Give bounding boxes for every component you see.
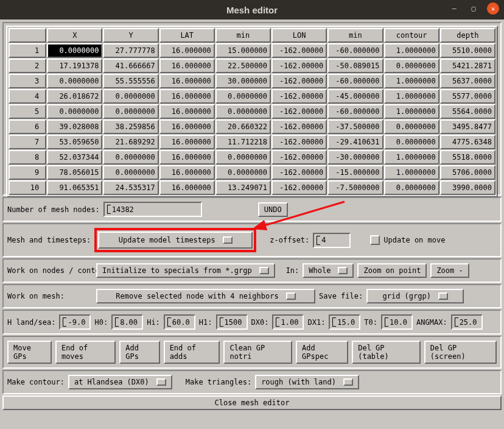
cell[interactable]: 91.065351 bbox=[47, 180, 102, 195]
cell[interactable]: -15.000000 bbox=[327, 165, 383, 180]
add-gpspec-button[interactable]: Add GPspec bbox=[296, 341, 348, 364]
cell[interactable]: -162.00000 bbox=[271, 89, 327, 104]
cell[interactable]: 41.666667 bbox=[103, 58, 158, 73]
cell[interactable]: -162.00000 bbox=[271, 180, 327, 195]
cell[interactable]: 38.259856 bbox=[103, 119, 158, 134]
clean-gp-notri-button[interactable]: Clean GP notri bbox=[223, 341, 292, 364]
col-header[interactable]: X bbox=[47, 28, 102, 43]
row-header[interactable]: 7 bbox=[9, 135, 46, 149]
initialize-specials-button[interactable]: Initialize to specials from *.grgp bbox=[96, 263, 275, 278]
zoffset-field[interactable]: 4 bbox=[313, 233, 351, 248]
cell[interactable]: 0.0000000 bbox=[47, 74, 102, 88]
cell[interactable]: 1.0000000 bbox=[384, 104, 439, 119]
table-row[interactable]: 217.19137841.66666716.00000022.500000-16… bbox=[9, 58, 495, 73]
col-header[interactable] bbox=[9, 28, 46, 43]
row-header[interactable]: 9 bbox=[9, 165, 46, 180]
cell[interactable]: 4775.6348 bbox=[440, 135, 495, 149]
cell[interactable]: 39.028008 bbox=[47, 119, 102, 134]
col-header[interactable]: LON bbox=[271, 28, 327, 43]
cell[interactable]: 0.0000000 bbox=[47, 104, 102, 119]
close-mesh-editor-button[interactable]: Close mesh editor bbox=[2, 395, 502, 410]
cell[interactable]: 16.000000 bbox=[159, 43, 215, 58]
close-button[interactable]: ✕ bbox=[487, 2, 499, 15]
cell[interactable]: -162.00000 bbox=[271, 165, 327, 180]
cell[interactable]: 21.689292 bbox=[103, 135, 158, 149]
cell[interactable]: 0.0000000 bbox=[384, 119, 439, 134]
cell[interactable]: 5564.0000 bbox=[440, 104, 495, 119]
cell[interactable]: 3990.0000 bbox=[440, 180, 495, 195]
cell[interactable]: 16.000000 bbox=[159, 74, 215, 88]
cell[interactable]: 16.000000 bbox=[159, 135, 215, 149]
cell[interactable]: 0.0000000 bbox=[103, 89, 158, 104]
num-nodes-field[interactable]: 14382 bbox=[103, 202, 202, 217]
in-whole-dropdown[interactable]: Whole bbox=[303, 263, 354, 278]
table-row[interactable]: 852.0373440.000000016.0000000.0000000-16… bbox=[9, 150, 495, 165]
col-header[interactable]: LAT bbox=[159, 28, 215, 43]
cell[interactable]: -29.410631 bbox=[327, 135, 383, 149]
cell[interactable]: -60.000000 bbox=[327, 74, 383, 88]
cell[interactable]: 20.660322 bbox=[215, 119, 271, 134]
h1-field[interactable]: 1500 bbox=[216, 314, 248, 330]
table-row[interactable]: 978.0560150.000000016.0000000.0000000-16… bbox=[9, 165, 495, 180]
cell[interactable]: -60.000000 bbox=[327, 104, 383, 119]
col-header[interactable]: contour bbox=[384, 28, 439, 43]
del-gp-screen-button[interactable]: Del GP (screen) bbox=[424, 341, 497, 364]
cell[interactable]: 16.000000 bbox=[159, 119, 215, 134]
row-header[interactable]: 6 bbox=[9, 119, 46, 134]
cell[interactable]: 26.018672 bbox=[47, 89, 102, 104]
cell[interactable]: -7.5000000 bbox=[327, 180, 383, 195]
row-header[interactable]: 1 bbox=[9, 43, 46, 58]
cell[interactable]: -162.00000 bbox=[271, 58, 327, 73]
h-land-sea-field[interactable]: -9.0 bbox=[59, 314, 91, 330]
cell[interactable]: 53.059650 bbox=[47, 135, 102, 149]
cell[interactable]: 16.000000 bbox=[159, 180, 215, 195]
cell[interactable]: 15.000000 bbox=[215, 43, 271, 58]
cell[interactable]: 78.056015 bbox=[47, 165, 102, 180]
row-header[interactable]: 4 bbox=[9, 89, 46, 104]
col-header[interactable]: min bbox=[327, 28, 383, 43]
cell[interactable]: -162.00000 bbox=[271, 119, 327, 134]
minimize-button[interactable]: — bbox=[448, 2, 460, 15]
add-gps-button[interactable]: Add GPs bbox=[119, 341, 159, 364]
t0-field[interactable]: 10.0 bbox=[381, 314, 413, 330]
h0-field[interactable]: 8.00 bbox=[111, 314, 143, 330]
cell[interactable]: 5421.2871 bbox=[440, 58, 495, 73]
cell[interactable]: 30.000000 bbox=[215, 74, 271, 88]
del-gp-table-button[interactable]: Del GP (table) bbox=[352, 341, 421, 364]
cell[interactable]: -162.00000 bbox=[271, 150, 327, 165]
zoom-minus-button[interactable]: Zoom - bbox=[430, 263, 469, 278]
cell[interactable]: 0.0000000 bbox=[103, 150, 158, 165]
table-row[interactable]: 30.000000055.55555616.00000030.000000-16… bbox=[9, 74, 495, 88]
cell[interactable]: 1.0000000 bbox=[384, 89, 439, 104]
cell[interactable]: 5518.0000 bbox=[440, 150, 495, 165]
cell[interactable]: 5577.0000 bbox=[440, 89, 495, 104]
undo-button[interactable]: UNDO bbox=[258, 202, 288, 217]
cell[interactable]: 16.000000 bbox=[159, 58, 215, 73]
zoom-on-point-button[interactable]: Zoom on point bbox=[357, 263, 427, 278]
col-header[interactable]: Y bbox=[103, 28, 158, 43]
cell[interactable]: -162.00000 bbox=[271, 43, 327, 58]
update-model-timesteps-button[interactable]: Update model timesteps bbox=[98, 232, 253, 249]
move-gps-button[interactable]: Move GPs bbox=[7, 341, 52, 364]
cell[interactable]: -162.00000 bbox=[271, 104, 327, 119]
cell[interactable]: 0.0000000 bbox=[384, 180, 439, 195]
cell[interactable]: 1.0000000 bbox=[384, 43, 439, 58]
cell[interactable]: 5510.0000 bbox=[440, 43, 495, 58]
row-header[interactable]: 3 bbox=[9, 74, 46, 88]
cell[interactable]: 5637.0000 bbox=[440, 74, 495, 88]
update-on-move-checkbox[interactable] bbox=[370, 235, 380, 245]
cell[interactable]: 3495.8477 bbox=[440, 119, 495, 134]
table-row[interactable]: 639.02800838.25985616.00000020.660322-16… bbox=[9, 119, 495, 134]
cell[interactable]: 0.0000000 bbox=[215, 89, 271, 104]
cell[interactable]: 1.0000000 bbox=[384, 165, 439, 180]
row-header[interactable]: 2 bbox=[9, 58, 46, 73]
cell[interactable]: -162.00000 bbox=[271, 135, 327, 149]
remove-node-dropdown[interactable]: Remove selected node with 4 neighbors bbox=[96, 289, 315, 303]
cell[interactable]: -162.00000 bbox=[271, 74, 327, 88]
table-row[interactable]: 426.0186720.000000016.0000000.0000000-16… bbox=[9, 89, 495, 104]
row-header[interactable]: 5 bbox=[9, 104, 46, 119]
cell[interactable]: 0.0000000 bbox=[103, 104, 158, 119]
save-file-dropdown[interactable]: grid (grgp) bbox=[366, 289, 464, 303]
cell[interactable]: 17.191378 bbox=[47, 58, 102, 73]
angmax-field[interactable]: 25.0 bbox=[451, 314, 483, 330]
